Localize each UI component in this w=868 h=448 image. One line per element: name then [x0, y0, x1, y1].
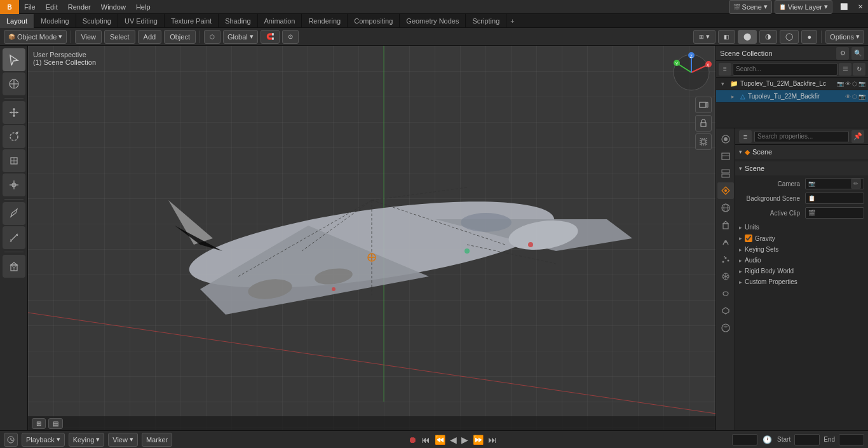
outliner-mode-btn[interactable]: ≡ [719, 63, 731, 76]
item-render2-icon-1[interactable]: 📷 [858, 93, 865, 100]
item-cursor-icon-1[interactable]: ⬡ [852, 93, 857, 100]
playback-menu[interactable]: Playback ▾ [22, 433, 65, 447]
xray-btn[interactable]: ◧ [718, 30, 735, 44]
render-region-btn[interactable] [695, 133, 712, 150]
tool-select[interactable] [3, 48, 25, 71]
transform-pivot[interactable]: ⬡ [204, 30, 220, 44]
prop-icon-particles[interactable] [717, 251, 734, 268]
tool-scale[interactable] [3, 149, 25, 172]
scene-sub-header[interactable]: ▾ Scene [735, 161, 868, 175]
outliner-item-1[interactable]: ▸ △ Tupolev_Tu_22M_Backfir 👁 ⬡ 📷 [716, 90, 868, 103]
item-eye-icon-1[interactable]: 👁 [845, 93, 851, 100]
item-render-icon-0[interactable]: 📷 [858, 81, 865, 87]
object-menu[interactable]: Object [164, 30, 196, 44]
tab-modeling[interactable]: Modeling [34, 14, 76, 28]
prop-icon-modifier[interactable] [717, 234, 734, 250]
prop-icon-material[interactable] [717, 320, 734, 336]
prop-icon-constraints[interactable] [717, 285, 734, 302]
prop-icon-physics[interactable] [717, 268, 734, 285]
nav-gizmo[interactable]: X Y Z [671, 52, 709, 90]
keying-sets-section[interactable]: ▸ Keying Sets [735, 244, 868, 255]
scene-section-header[interactable]: ▾ ◆ Scene [735, 145, 868, 159]
tab-add-btn[interactable]: + [506, 17, 518, 25]
view-layer-selector[interactable]: 📋 View Layer ▾ [775, 0, 832, 14]
camera-field[interactable]: 📷 ✏ [805, 178, 864, 189]
timeline-view-menu[interactable]: View ▾ [108, 433, 138, 447]
units-section[interactable]: ▸ Units [735, 222, 868, 233]
keying-menu[interactable]: Keying ▾ [69, 433, 105, 447]
outliner-sync-btn[interactable]: ↻ [853, 63, 865, 76]
select-menu[interactable]: Select [104, 30, 135, 44]
mode-selector[interactable]: 📦 Object Mode ▾ [4, 30, 67, 44]
editor-type-btn[interactable]: ⊞ [32, 418, 46, 429]
gravity-section[interactable]: ▸ Gravity [735, 233, 868, 244]
options-menu[interactable]: Options ▾ [825, 30, 864, 44]
menu-help[interactable]: Help [131, 0, 156, 14]
outliner-filter-toggle[interactable]: ☰ [839, 63, 851, 76]
tab-geometry-nodes[interactable]: Geometry Nodes [400, 14, 466, 28]
prop-icon-world[interactable] [717, 200, 734, 216]
viewport[interactable]: User Perspective (1) Scene Collection X … [28, 46, 715, 430]
record-btn[interactable]: ⏺ [407, 435, 418, 445]
camera-view-btn[interactable] [695, 97, 712, 113]
window-fullscreen-btn[interactable]: ⬜ [835, 0, 853, 14]
tab-animation[interactable]: Animation [258, 14, 302, 28]
tab-shading[interactable]: Shading [219, 14, 257, 28]
tool-rotate[interactable] [3, 125, 25, 148]
menu-file[interactable]: File [19, 0, 41, 14]
tab-layout[interactable]: Layout [0, 14, 34, 28]
shading-rendered[interactable]: ● [801, 30, 817, 44]
timeline-editor-btn[interactable] [4, 433, 18, 447]
tool-annotate[interactable] [3, 202, 25, 225]
outliner-search-btn[interactable]: 🔍 [851, 47, 864, 60]
prop-icon-scene[interactable] [717, 182, 734, 199]
window-close-btn[interactable]: ✕ [853, 0, 868, 14]
custom-props-section[interactable]: ▸ Custom Properties [735, 276, 868, 287]
outliner-search-input[interactable] [733, 63, 837, 76]
shading-render[interactable]: ◯ [780, 30, 799, 44]
outliner-filter-btn[interactable]: ⚙ [836, 47, 849, 60]
active-clip-field[interactable]: 🎬 [805, 207, 864, 219]
tab-rendering[interactable]: Rendering [302, 14, 348, 28]
layout-toggle[interactable]: ▤ [48, 418, 63, 429]
tool-add-cube[interactable] [3, 255, 25, 278]
tab-uv-editing[interactable]: UV Editing [118, 14, 165, 28]
outliner-item-0[interactable]: ▾ 📁 Tupolev_Tu_22M_Backfire_Lc 📷 👁 ⬡ 📷 [716, 78, 868, 90]
tab-texture-paint[interactable]: Texture Paint [165, 14, 219, 28]
current-frame-input[interactable]: 1 [732, 434, 757, 445]
tool-measure[interactable] [3, 226, 25, 249]
jump-end-btn[interactable]: ⏭ [487, 435, 498, 445]
properties-search[interactable] [754, 131, 849, 142]
bg-scene-field[interactable]: 📋 [805, 193, 864, 204]
view-menu[interactable]: View [75, 30, 102, 44]
camera-pick-btn[interactable]: ✏ [851, 179, 861, 189]
tool-transform[interactable] [3, 173, 25, 196]
tool-move[interactable] [3, 101, 25, 124]
menu-edit[interactable]: Edit [41, 0, 63, 14]
scene-selector[interactable]: 🎬 Scene ▾ [729, 0, 772, 14]
audio-section[interactable]: ▸ Audio [735, 255, 868, 266]
marker-menu[interactable]: Marker [142, 433, 172, 447]
proportional-edit[interactable]: ⊙ [282, 30, 299, 44]
prop-icon-render[interactable] [717, 131, 734, 147]
tab-scripting[interactable]: Scripting [466, 14, 506, 28]
shading-material[interactable]: ◑ [759, 30, 777, 44]
tab-sculpting[interactable]: Sculpting [76, 14, 118, 28]
viewport-lock-btn[interactable] [695, 115, 712, 132]
item-select-icon-0[interactable]: ⬡ [852, 81, 857, 87]
menu-render[interactable]: Render [63, 0, 96, 14]
play-reverse-btn[interactable]: ◀ [449, 435, 458, 445]
jump-start-btn[interactable]: ⏮ [420, 435, 431, 445]
step-back-btn[interactable]: ⏪ [433, 435, 447, 445]
item-eye-icon-0[interactable]: 👁 [845, 81, 851, 87]
overlay-btn[interactable]: ⊞ ▾ [693, 30, 715, 44]
snap-toggle[interactable]: 🧲 [261, 30, 280, 44]
prop-icon-data[interactable] [717, 302, 734, 319]
menu-window[interactable]: Window [96, 0, 131, 14]
prop-icon-view-layer[interactable] [717, 165, 734, 182]
step-fwd-btn[interactable]: ⏩ [471, 435, 485, 445]
transform-space[interactable]: Global ▾ [223, 30, 258, 44]
shading-solid[interactable]: ⬤ [738, 30, 757, 44]
rigid-body-section[interactable]: ▸ Rigid Body World [735, 266, 868, 276]
item-camera-icon-0[interactable]: 📷 [837, 81, 844, 87]
